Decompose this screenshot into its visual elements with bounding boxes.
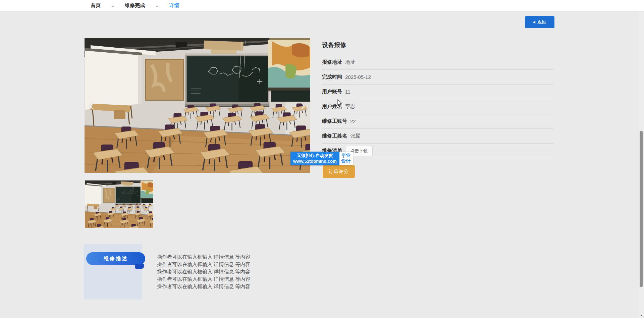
detail-row-address: 报修地址 地址 (322, 55, 553, 70)
field-label: 用户姓名 (322, 103, 342, 110)
menu-separator-icon: ≡ (111, 3, 114, 8)
field-value: 2025-05-12 (345, 74, 371, 80)
description-line: 操作者可以在输入框输入 详情信息 等内容 (157, 261, 250, 268)
watermark-badge-line2: 设计 (341, 158, 351, 164)
description-line: 操作者可以在输入框输入 详情信息 等内容 (157, 275, 250, 283)
watermark-text-box: 无须担心.自动发货 www.51topmind.com (290, 152, 339, 165)
detail-row-worker-account: 维修工账号 22 (322, 114, 553, 129)
field-label: 完成时间 (322, 74, 342, 80)
description-line: 操作者可以在输入框输入 详情信息 等内容 (157, 268, 250, 275)
watermark-overlay: 无须担心.自动发货 www.51topmind.com 毕业 设计 (290, 152, 353, 165)
detail-row-repair-list: 维修清单 点击下载 (322, 144, 553, 158)
back-arrow-icon: ◀ (533, 20, 535, 24)
vertical-scrollbar[interactable]: ▼ (639, 11, 644, 318)
watermark-badge-line1: 毕业 (341, 153, 351, 158)
field-value: 李思 (345, 103, 355, 110)
description-header-ribbon: 维修描述 (86, 252, 145, 265)
description-line: 操作者可以在输入框输入 详情信息 等内容 (157, 283, 250, 290)
detail-row-user-name: 用户姓名 李思 (322, 99, 553, 114)
device-photo-carousel: ‹ › (85, 38, 310, 173)
menu-separator-icon: ≡ (156, 3, 158, 8)
description-header-label: 维修描述 (104, 256, 128, 262)
description-line: 操作者可以在输入框输入 详情信息 等内容 (157, 253, 250, 261)
field-label: 维修工姓名 (322, 133, 347, 139)
field-label: 用户账号 (322, 89, 342, 95)
field-value: 22 (350, 118, 356, 124)
description-text-block: 操作者可以在输入框输入 详情信息 等内容 操作者可以在输入框输入 详情信息 等内… (157, 253, 250, 290)
carousel-next-icon[interactable]: › (298, 95, 309, 115)
watermark-url: www.51topmind.com (293, 158, 337, 164)
page: 首页 ≡ 维修完成 ≡ 详情 ◀ 返回 ‹ › 设备报修 报修地址 地址 完成时 (0, 0, 644, 318)
field-value: 地址 (345, 59, 355, 65)
carousel-prev-icon[interactable]: ‹ (86, 95, 97, 115)
top-navbar: 首页 ≡ 维修完成 ≡ 详情 (0, 0, 644, 11)
scrollbar-down-arrow-icon[interactable]: ▼ (639, 313, 644, 318)
back-button[interactable]: ◀ 返回 (525, 16, 554, 28)
field-value: 张翼 (350, 133, 360, 139)
nav-item-repair-complete[interactable]: 维修完成 (125, 2, 145, 9)
field-value: 11 (345, 89, 351, 95)
classroom-photo-thumb (85, 180, 153, 228)
field-label: 报修地址 (322, 59, 342, 65)
detail-row-complete-time: 完成时间 2025-05-12 (322, 70, 553, 85)
nav-item-detail[interactable]: 详情 (169, 2, 179, 9)
watermark-line1: 无须担心.自动发货 (293, 153, 337, 158)
detail-row-worker-name: 维修工姓名 张翼 (322, 129, 553, 144)
page-title: 设备报修 (322, 41, 553, 50)
watermark-badge: 毕业 设计 (339, 152, 353, 165)
order-rating-button[interactable]: 订单评分 (323, 165, 355, 178)
back-button-label: 返回 (537, 19, 547, 25)
field-label: 维修工账号 (322, 118, 347, 124)
detail-rows: 报修地址 地址 完成时间 2025-05-12 用户账号 11 用户姓名 李思 … (322, 55, 553, 158)
detail-row-user-account: 用户账号 11 (322, 85, 553, 99)
nav-item-home[interactable]: 首页 (91, 2, 101, 9)
scrollbar-thumb[interactable] (640, 131, 643, 287)
repair-details-panel: 设备报修 报修地址 地址 完成时间 2025-05-12 用户账号 11 用户姓… (322, 41, 553, 158)
classroom-photo (85, 38, 310, 173)
photo-thumbnail[interactable] (85, 180, 153, 228)
